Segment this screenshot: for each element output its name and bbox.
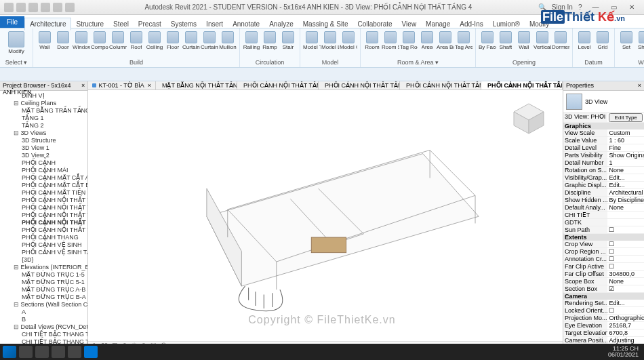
view-tab[interactable]: PHỐI CẢNH NỘI THẤT TẦNG 4× — [481, 81, 563, 89]
stair-button[interactable]: Stair — [279, 30, 297, 52]
tree-item[interactable]: 3D View 1 — [0, 144, 87, 152]
property-row[interactable]: Detail LevelFine — [563, 144, 644, 152]
model-group-button[interactable]: Model Group — [340, 30, 357, 52]
modify-button[interactable]: Modify — [3, 30, 30, 56]
tree-item[interactable]: PHỐI CẢNH VỆ SINH TẦNG 2 — [0, 249, 87, 256]
tree-item[interactable]: 3D Views — [0, 129, 87, 137]
property-row[interactable]: Target Elevation6700,8 — [563, 329, 644, 337]
tree-item[interactable]: PHỐI CẢNH NỘI THẤT TẦNG 1 — [0, 197, 87, 204]
tag-area-button[interactable]: Tag Area — [455, 30, 472, 52]
shaft-button[interactable]: Shaft — [497, 30, 515, 52]
tree-item[interactable]: PHỐI CẢNH MẶT CẮT B-B — [0, 182, 87, 189]
ramp-button[interactable]: Ramp — [261, 30, 279, 52]
property-row[interactable]: Sun Path☐ — [563, 226, 644, 234]
tree-item[interactable]: CHI TIẾT BẬC THANG TẦNG 1-2 — [0, 331, 87, 338]
property-row[interactable]: Scope BoxNone — [563, 278, 644, 285]
property-row[interactable]: Projection Mo...Orthographic — [563, 315, 644, 322]
property-row[interactable]: Default Analy...None — [563, 204, 644, 212]
vertical-button[interactable]: Vertical — [534, 30, 551, 52]
property-row[interactable]: Annotation Cr...☐ — [563, 256, 644, 263]
tree-item[interactable]: TẦNG 1 — [0, 115, 87, 122]
property-row[interactable]: Show Hidden ...By Discipline — [563, 197, 644, 204]
by-face-button[interactable]: By Face — [479, 30, 496, 52]
property-row[interactable]: Crop Region ...☐ — [563, 248, 644, 256]
room-button[interactable]: Room — [363, 30, 381, 52]
tree-item[interactable]: Ceiling Plans — [0, 100, 87, 107]
property-row[interactable]: Section Box☑ — [563, 285, 644, 293]
tree-item[interactable]: 3D View 2 — [0, 152, 87, 159]
start-button[interactable] — [3, 346, 16, 358]
signin-link[interactable]: Sign In — [552, 3, 573, 11]
view-tab[interactable]: MẶT BẰNG NỘI THẤT TẦNG 1× — [156, 81, 237, 89]
tree-item[interactable]: {3D} — [0, 256, 87, 264]
tree-item[interactable]: PHỐI CẢNH MẶT CẮT A-A — [0, 174, 87, 182]
help-icon[interactable]: ? — [578, 3, 582, 11]
revit-taskbar-icon[interactable] — [84, 346, 98, 358]
floor-button[interactable]: Floor — [164, 30, 182, 52]
type-selector[interactable]: 3D View: PHỐI CẢNH — [563, 113, 607, 122]
tree-item[interactable]: TẦNG 2 — [0, 122, 87, 129]
search-taskbar-icon[interactable] — [19, 346, 33, 358]
tree-item[interactable]: MẶT ĐỨNG TRỤC 1-5 — [0, 271, 87, 279]
property-row[interactable]: Crop View☐ — [563, 241, 644, 248]
set-button[interactable]: Set — [618, 30, 635, 52]
tag-room-button[interactable]: Tag Room — [400, 30, 418, 52]
property-row[interactable]: View ScaleCustom — [563, 129, 644, 137]
tree-item[interactable]: PHỐI CẢNH NỘI THẤT TẦNG 2 — [0, 204, 87, 212]
view-cube[interactable] — [508, 98, 549, 139]
tree-item[interactable]: PHỐI CẢNH NỘI THẤT TẦNG 4 — [0, 219, 87, 226]
close-tab-icon[interactable]: × — [148, 82, 151, 89]
property-row[interactable]: Far Clip Active☐ — [563, 263, 644, 271]
tree-item[interactable]: Detail Views (RCVN_Detail Cùng Bản Vẽ) — [0, 323, 87, 331]
area-button[interactable]: Area — [418, 30, 436, 52]
model-line-button[interactable]: Model Line — [321, 30, 339, 52]
property-row[interactable]: Detail Number1 — [563, 159, 644, 167]
tree-item[interactable]: PHỐI CẢNH — [0, 159, 87, 167]
curtain-grid-button[interactable]: Curtain Grid — [201, 30, 218, 52]
property-row[interactable]: Far Clip Offset304800,0 — [563, 271, 644, 278]
redo-icon[interactable] — [53, 3, 62, 12]
tree-item[interactable]: 3D Structure — [0, 137, 87, 144]
tree-item[interactable]: PHỐI CẢNH THANG — [0, 234, 87, 241]
property-row[interactable]: DisciplineArchitectural — [563, 189, 644, 197]
tree-item[interactable]: PHỐI CẢNH NỘI THẤT TẦNG 3 — [0, 212, 87, 219]
edit-type-button[interactable]: Edit Type — [609, 113, 643, 122]
roof-button[interactable]: Roof — [127, 30, 145, 52]
tree-item[interactable]: PHỐI CẢNH MẶT TIỀN — [0, 189, 87, 197]
show-button[interactable]: Show — [636, 30, 644, 52]
tree-item[interactable]: Elevations (INTERIOR_ELEVATION CẤP PHÉP — [0, 264, 87, 271]
curtain-system-button[interactable]: Curtain System — [182, 30, 200, 52]
system-tray[interactable]: 11:25 CH 06/01/2021 — [608, 346, 641, 358]
wall-button[interactable]: Wall — [36, 30, 54, 52]
model-text-button[interactable]: Model Text — [303, 30, 321, 52]
explorer-icon[interactable] — [52, 346, 65, 358]
open-icon[interactable] — [16, 3, 26, 12]
tree-item[interactable]: Sections (Wall Section CẤP PHÉP) — [0, 301, 87, 308]
ceiling-button[interactable]: Ceiling — [146, 30, 163, 52]
undo-icon[interactable] — [41, 3, 50, 12]
view-tab[interactable]: PHỐI CẢNH NỘI THẤT TẦNG 2× — [319, 81, 400, 89]
revit-icon[interactable] — [4, 3, 14, 12]
edge-icon[interactable] — [68, 346, 81, 358]
tree-item[interactable]: PHỐI CẢNH MÁI — [0, 167, 87, 174]
maximize-button[interactable]: ▭ — [605, 3, 622, 11]
project-browser-tree[interactable]: ĐINH VỊCeiling PlansMẶT BẰNG TRẦN TẦNG 1… — [0, 91, 87, 346]
property-category[interactable]: Graphics — [563, 123, 644, 129]
property-category[interactable]: Camera — [563, 293, 644, 300]
dormer-button[interactable]: Dormer — [552, 30, 569, 52]
tree-item[interactable]: B — [0, 316, 87, 323]
property-row[interactable]: Graphic Displ...Edit... — [563, 182, 644, 189]
tree-item[interactable]: MẶT ĐỨNG TRỤC B-A — [0, 294, 87, 301]
property-row[interactable]: CHI TIẾT — [563, 212, 644, 219]
view-tab[interactable]: KT-001 - TỜ BÌA× — [88, 81, 156, 89]
window-button[interactable]: Window — [73, 30, 90, 52]
room-separator-button[interactable]: Room Separator — [382, 30, 399, 52]
column-button[interactable]: Column — [109, 30, 127, 52]
mullion-button[interactable]: Mullion — [219, 30, 237, 52]
view-tab[interactable]: PHỐI CẢNH NỘI THẤT TẦNG 3× — [400, 81, 481, 89]
property-row[interactable]: Eye Elevation25168,7 — [563, 322, 644, 329]
tree-item[interactable]: PHỐI CẢNH NỘI THẤT TẦNG 5 — [0, 226, 87, 234]
level-button[interactable]: Level — [576, 30, 593, 52]
tree-item[interactable]: MẶT BẰNG TRẦN TẦNG 1 — [0, 107, 87, 115]
property-row[interactable]: Rotation on S...None — [563, 167, 644, 174]
